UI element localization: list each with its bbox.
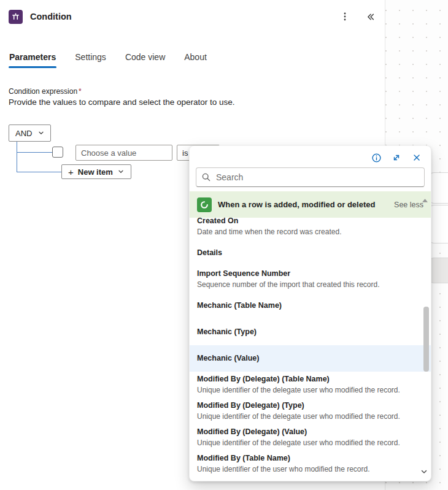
trigger-source-bar: When a row is added, modified or deleted…	[190, 191, 431, 218]
list-item-title: Import Sequence Number	[197, 269, 423, 279]
flow-designer: Condition Parameters Settings Code view …	[0, 0, 448, 490]
plus-icon: +	[68, 167, 74, 177]
info-button[interactable]	[370, 151, 382, 164]
list-item-hovered[interactable]: Mechanic (Value)	[190, 345, 431, 372]
scrollbar-thumb[interactable]	[423, 307, 429, 372]
list-item-title: Details	[197, 248, 423, 258]
panel-tabs: Parameters Settings Code view About	[9, 52, 207, 68]
condition-expression-label: Condition expression*	[9, 87, 82, 96]
dynamic-content-popup: When a row is added, modified or deleted…	[189, 145, 431, 481]
chevron-down-icon	[420, 467, 428, 476]
canvas-card[interactable]	[429, 172, 448, 204]
required-asterisk: *	[79, 87, 82, 96]
list-item-desc: Unique identifier of the delegate user w…	[197, 386, 423, 395]
more-options-icon	[340, 12, 350, 21]
new-item-label: New item	[78, 167, 113, 177]
popup-search	[196, 167, 425, 187]
list-item[interactable]: Modified By (Delegate) (Type) Unique ide…	[190, 398, 431, 424]
tab-code-view[interactable]: Code view	[125, 52, 166, 68]
list-item-desc: Date and time when the record was create…	[197, 228, 423, 237]
tab-settings[interactable]: Settings	[74, 52, 107, 68]
close-icon	[412, 153, 422, 163]
list-item[interactable]: Details	[190, 240, 431, 266]
dataverse-icon	[197, 197, 212, 212]
field-label-text: Condition expression	[9, 87, 77, 96]
chevron-down-icon	[37, 129, 45, 137]
tab-parameters[interactable]: Parameters	[9, 52, 56, 68]
list-item-desc: Unique identifier of the user who modifi…	[197, 465, 423, 474]
expand-button[interactable]	[390, 151, 403, 164]
tree-connector-line	[17, 172, 61, 172]
list-item-title: Modified By (Delegate) (Type)	[197, 401, 423, 411]
list-item-title: Modified By (Delegate) (Value)	[197, 427, 423, 437]
condition-row-checkbox[interactable]	[52, 147, 63, 158]
operator-value: is	[182, 148, 188, 158]
group-operator-dropdown[interactable]: AND	[9, 124, 51, 142]
double-chevron-left-icon	[365, 12, 375, 22]
list-item-title: Mechanic (Table Name)	[197, 301, 423, 311]
see-less-link[interactable]: See less	[394, 201, 423, 209]
list-item-title: Created On	[197, 218, 423, 226]
condition-value-input[interactable]	[75, 145, 172, 161]
list-item-title: Modified By (Table Name)	[197, 454, 423, 464]
tab-about[interactable]: About	[183, 52, 207, 68]
condition-expression-hint: Provide the values to compare and select…	[9, 98, 234, 107]
more-options-button[interactable]	[337, 9, 353, 25]
condition-icon	[9, 10, 23, 24]
list-item[interactable]: Import Sequence Number Sequence number o…	[190, 266, 431, 293]
list-item-title: Mechanic (Type)	[197, 327, 423, 337]
new-item-button[interactable]: + New item	[61, 164, 131, 179]
page-title: Condition	[30, 12, 72, 21]
scroll-down-button[interactable]	[420, 467, 428, 478]
close-button[interactable]	[411, 151, 423, 164]
search-input[interactable]	[196, 167, 425, 187]
list-item-desc: Unique identifier of the delegate user w…	[197, 412, 423, 421]
info-icon	[371, 153, 382, 163]
chevron-down-icon	[117, 168, 125, 175]
expand-icon	[392, 153, 401, 163]
list-item[interactable]: Mechanic (Table Name)	[190, 293, 431, 319]
list-item[interactable]: Modified By (Table Name) Unique identifi…	[190, 451, 431, 477]
trigger-source-label: When a row is added, modified or deleted	[218, 200, 388, 209]
popup-toolbar	[190, 146, 431, 165]
panel-header-actions	[337, 9, 377, 25]
list-item[interactable]: Modified By (Delegate) (Table Name) Uniq…	[190, 372, 431, 398]
scroll-up-button[interactable]	[422, 195, 428, 204]
list-item-title: Mechanic (Value)	[197, 354, 423, 364]
group-operator-value: AND	[15, 129, 32, 138]
list-item-title: Modified By (Delegate) (Table Name)	[197, 375, 423, 385]
triangle-up-icon	[422, 199, 428, 202]
canvas-card[interactable]	[429, 258, 448, 283]
tree-connector-line	[17, 152, 52, 153]
list-item[interactable]: Mechanic (Type)	[190, 319, 431, 345]
dynamic-content-list: Created On Date and time when the record…	[190, 218, 431, 481]
collapse-panel-button[interactable]	[361, 9, 377, 25]
list-item-desc: Unique identifier of the delegate user w…	[197, 438, 423, 448]
list-item[interactable]: Modified By (Delegate) (Value) Unique id…	[190, 424, 431, 451]
list-item[interactable]: Created On Date and time when the record…	[190, 218, 431, 240]
panel-header: Condition	[9, 9, 377, 25]
canvas-card[interactable]	[429, 205, 448, 243]
list-item-desc: Sequence number of the import that creat…	[197, 280, 423, 289]
search-icon	[201, 172, 211, 185]
tree-connector-line	[17, 142, 17, 172]
